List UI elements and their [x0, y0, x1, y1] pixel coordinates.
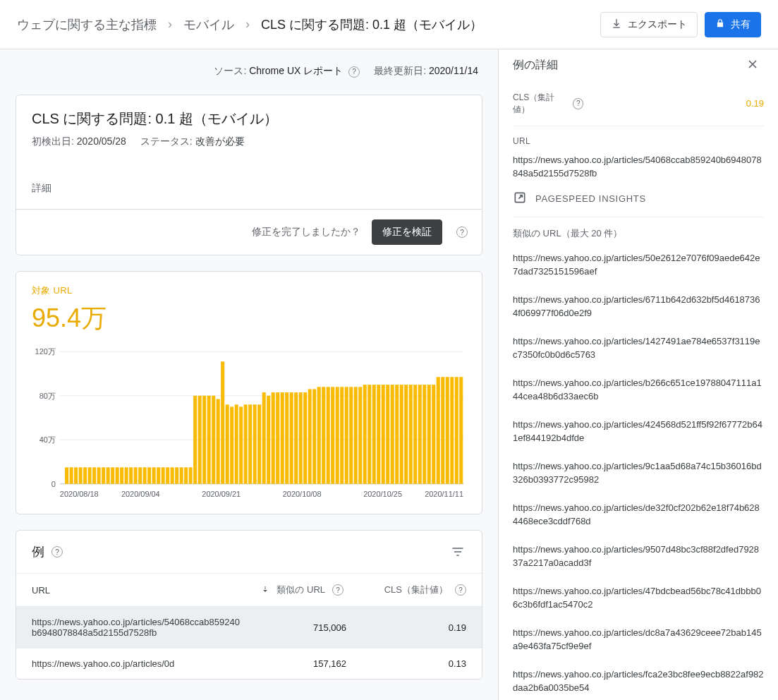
chart-card: 対象 URL 95.4万 040万80万120万2020/08/182020/0… [16, 271, 482, 514]
svg-text:2020/10/08: 2020/10/08 [283, 490, 322, 498]
svg-rect-35 [189, 467, 193, 483]
svg-rect-55 [281, 392, 284, 484]
detail-panel: 例の詳細 CLS（集計値） ? 0.19 URL https://news.ya… [498, 49, 778, 700]
chart-label: 対象 URL [32, 284, 466, 297]
list-item[interactable]: https://news.yahoo.co.jp/articles/50e261… [513, 251, 764, 279]
open-in-new-icon [513, 191, 527, 207]
list-item[interactable]: https://news.yahoo.co.jp/articles/de32f0… [513, 501, 764, 529]
svg-rect-44 [230, 406, 233, 483]
svg-text:2020/09/04: 2020/09/04 [121, 490, 160, 498]
svg-rect-60 [303, 392, 307, 484]
close-icon[interactable] [741, 53, 764, 78]
sort-down-icon [261, 585, 269, 596]
table-row[interactable]: https://news.yahoo.co.jp/articles/54068c… [16, 607, 482, 648]
list-item[interactable]: https://news.yahoo.co.jp/articles/47bdcb… [513, 584, 764, 612]
svg-text:2020/08/18: 2020/08/18 [60, 490, 99, 498]
svg-rect-33 [180, 467, 183, 483]
svg-rect-25 [143, 467, 147, 483]
svg-rect-49 [253, 404, 257, 483]
list-item[interactable]: https://news.yahoo.co.jp/articles/9c1aa5… [513, 459, 764, 487]
chart: 040万80万120万2020/08/182020/09/042020/09/2… [32, 346, 466, 501]
help-icon[interactable]: ? [51, 546, 63, 557]
svg-rect-59 [299, 392, 303, 484]
svg-rect-29 [162, 467, 165, 483]
svg-rect-69 [345, 387, 348, 483]
first-detected: 初検出日: 2020/05/28 [32, 135, 126, 148]
svg-rect-51 [262, 392, 266, 484]
svg-rect-77 [382, 385, 385, 484]
svg-rect-14 [92, 467, 96, 483]
breadcrumb: ウェブに関する主な指標 › モバイル › CLS に関する問題: 0.1 超（モ… [17, 16, 482, 33]
svg-rect-50 [257, 404, 261, 483]
list-item[interactable]: https://news.yahoo.co.jp/articles/9507d4… [513, 543, 764, 570]
share-button[interactable]: 共有 [705, 12, 761, 37]
svg-rect-36 [193, 396, 197, 484]
svg-rect-21 [125, 467, 128, 483]
svg-rect-91 [446, 377, 449, 483]
cls-agg-value: 0.19 [746, 98, 764, 109]
svg-rect-46 [239, 406, 243, 483]
svg-text:0: 0 [51, 480, 56, 488]
svg-rect-84 [413, 385, 417, 484]
svg-rect-87 [427, 385, 431, 484]
detail-link[interactable]: 詳細 [32, 182, 466, 195]
table-row[interactable]: https://news.yahoo.co.jp/articles/0d 157… [16, 648, 482, 679]
svg-rect-52 [267, 396, 270, 484]
validate-button[interactable]: 修正を検証 [372, 219, 442, 245]
filter-icon[interactable] [449, 543, 466, 560]
lock-icon [715, 18, 725, 30]
breadcrumb-mobile[interactable]: モバイル [183, 16, 234, 33]
breadcrumb-current: CLS に関する問題: 0.1 超（モバイル） [261, 16, 482, 33]
help-icon[interactable]: ? [573, 98, 583, 109]
svg-rect-66 [331, 387, 334, 483]
list-item[interactable]: https://news.yahoo.co.jp/articles/142749… [513, 334, 764, 362]
breadcrumb-root[interactable]: ウェブに関する主な指標 [17, 16, 157, 33]
svg-rect-70 [349, 387, 353, 483]
help-icon[interactable]: ? [456, 227, 468, 238]
issue-card: CLS に関する問題: 0.1 超（モバイル） 初検出日: 2020/05/28… [16, 95, 482, 255]
svg-rect-79 [391, 385, 394, 484]
cls-agg-label: CLS（集計値） ? [513, 92, 583, 116]
svg-rect-67 [336, 387, 339, 483]
svg-rect-34 [184, 467, 188, 483]
pagespeed-link[interactable]: PAGESPEED INSIGHTS [513, 191, 764, 207]
svg-rect-93 [455, 377, 458, 483]
svg-rect-68 [340, 387, 344, 483]
svg-rect-72 [358, 387, 362, 483]
list-item[interactable]: https://news.yahoo.co.jp/articles/424568… [513, 418, 764, 445]
list-item[interactable]: https://news.yahoo.co.jp/articles/fca2e3… [513, 668, 764, 695]
col-similar-header[interactable]: 類似の URL ? [238, 584, 344, 596]
svg-rect-38 [202, 396, 206, 484]
svg-rect-22 [129, 467, 133, 483]
svg-rect-89 [437, 377, 440, 483]
svg-rect-74 [367, 385, 371, 484]
svg-rect-10 [74, 467, 78, 483]
svg-rect-47 [244, 404, 248, 483]
svg-rect-27 [152, 467, 156, 483]
svg-rect-62 [312, 389, 316, 483]
similar-label: 類似の URL（最大 20 件） [513, 217, 764, 243]
svg-rect-8 [65, 467, 68, 483]
list-item[interactable]: https://news.yahoo.co.jp/articles/6711b6… [513, 293, 764, 320]
col-cls-header[interactable]: CLS（集計値） ? [346, 584, 466, 596]
svg-rect-76 [377, 385, 380, 484]
svg-rect-19 [116, 467, 119, 483]
help-icon[interactable]: ? [348, 66, 360, 78]
svg-rect-23 [134, 467, 138, 483]
download-icon [611, 18, 622, 31]
list-item[interactable]: https://news.yahoo.co.jp/articles/b266c6… [513, 376, 764, 404]
status: ステータス: 改善が必要 [140, 135, 245, 148]
svg-rect-90 [441, 377, 444, 483]
export-button[interactable]: エクスポート [600, 12, 698, 37]
svg-rect-92 [450, 377, 454, 483]
help-icon[interactable]: ? [455, 584, 466, 596]
svg-text:40万: 40万 [39, 435, 56, 444]
svg-rect-57 [290, 392, 293, 484]
detail-url: https://news.yahoo.co.jp/articles/54068c… [513, 153, 764, 181]
svg-rect-80 [395, 385, 399, 484]
list-item[interactable]: https://news.yahoo.co.jp/articles/dc8a7a… [513, 626, 764, 653]
col-url-header[interactable]: URL [32, 585, 235, 596]
svg-rect-24 [138, 467, 142, 483]
help-icon[interactable]: ? [332, 584, 344, 596]
svg-text:2020/11/11: 2020/11/11 [425, 490, 463, 498]
